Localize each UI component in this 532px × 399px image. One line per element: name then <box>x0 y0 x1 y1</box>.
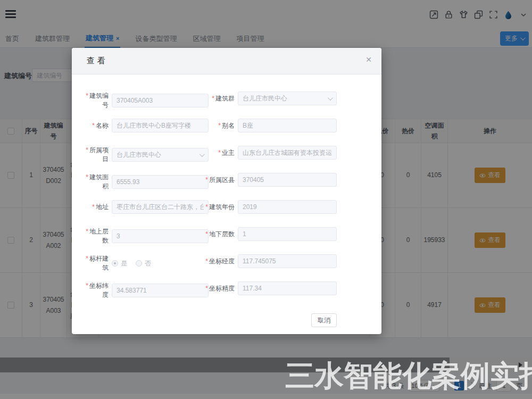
field-benchmark-building: *标杆建筑 是 否 <box>82 254 209 272</box>
field-precision: *坐标精度 <box>200 281 337 295</box>
latitude-input[interactable] <box>112 284 209 297</box>
floors-below-input[interactable] <box>238 227 337 241</box>
building-code-input[interactable] <box>112 94 209 107</box>
field-building-group: *建筑群 台儿庄市民中心 <box>200 92 337 105</box>
longitude-input[interactable] <box>238 254 337 268</box>
field-label: 建筑编号 <box>89 92 109 109</box>
required-marker: * <box>218 122 221 129</box>
field-owner: *业主 <box>200 146 337 160</box>
address-input[interactable] <box>112 200 209 214</box>
field-building-code: *建筑编号 <box>82 92 209 110</box>
field-label: 地上层数 <box>89 228 109 244</box>
field-latitude: *坐标纬度 <box>82 281 209 300</box>
project-select[interactable]: 台儿庄市民中心 <box>112 148 209 162</box>
close-icon[interactable]: ✕ <box>365 55 372 64</box>
field-alias: *别名 <box>200 119 337 132</box>
required-marker: * <box>218 149 221 156</box>
required-marker: * <box>205 257 208 265</box>
required-marker: * <box>86 146 88 154</box>
field-label: 地下层数 <box>209 230 235 238</box>
field-label: 坐标经度 <box>209 257 235 265</box>
required-marker: * <box>205 176 208 184</box>
radio-label: 是 <box>121 259 127 268</box>
chevron-down-icon <box>328 95 333 101</box>
field-building-area: *建筑面积 <box>82 173 209 191</box>
required-marker: * <box>212 95 214 102</box>
field-floors-above: *地上层数 <box>82 227 209 245</box>
field-longitude: *坐标经度 <box>200 254 337 268</box>
required-marker: * <box>86 92 88 99</box>
field-label: 标杆建筑 <box>89 255 109 271</box>
field-label: 所属项目 <box>89 146 109 163</box>
select-value: 台儿庄市民中心 <box>117 151 161 160</box>
cancel-button[interactable]: 取消 <box>311 313 337 327</box>
field-district: *所属区县 <box>200 173 337 187</box>
dialog-title: 查看 <box>87 56 108 66</box>
radio-dot-icon <box>136 260 142 267</box>
required-marker: * <box>205 230 208 238</box>
field-label: 地址 <box>96 203 109 211</box>
radio-yes[interactable]: 是 <box>112 259 127 268</box>
field-name: *名称 <box>82 119 209 132</box>
field-label: 名称 <box>96 122 109 129</box>
field-label: 建筑群 <box>215 95 235 102</box>
building-area-input[interactable] <box>112 175 209 189</box>
field-floors-below: *地下层数 <box>200 227 337 241</box>
benchmark-radio-group: 是 否 <box>112 259 151 268</box>
district-input[interactable] <box>238 173 337 187</box>
required-marker: * <box>92 203 95 211</box>
name-input[interactable] <box>112 119 209 132</box>
field-label: 坐标精度 <box>209 285 235 292</box>
required-marker: * <box>205 203 208 211</box>
required-marker: * <box>86 282 88 289</box>
field-label: 别名 <box>222 122 235 129</box>
required-marker: * <box>86 255 88 262</box>
dialog-header: 查看 ✕ <box>72 48 381 74</box>
field-address: *地址 <box>82 200 209 214</box>
view-dialog: 查看 ✕ *建筑编号 *建筑群 台儿庄市民中心 *名称 *别名 <box>72 48 381 334</box>
building-group-select[interactable]: 台儿庄市民中心 <box>238 92 337 105</box>
alias-input[interactable] <box>238 119 337 132</box>
radio-label: 否 <box>145 259 151 268</box>
field-label: 业主 <box>222 149 235 156</box>
required-marker: * <box>86 228 88 235</box>
field-project: *所属项目 台儿庄市民中心 <box>82 146 209 164</box>
field-label: 建筑年份 <box>209 203 235 211</box>
select-value: 台儿庄市民中心 <box>243 94 287 103</box>
floors-above-input[interactable] <box>112 229 209 243</box>
build-year-input[interactable] <box>238 200 337 214</box>
watermark-text: 三水智能化案例实拍 <box>285 356 532 396</box>
required-marker: * <box>92 122 95 129</box>
field-label: 所属区县 <box>209 176 235 184</box>
field-label: 坐标纬度 <box>89 282 109 298</box>
radio-dot-icon <box>112 260 118 267</box>
app-page: 首页 建筑群管理 建筑管理 × 设备类型管理 区域管理 项目管理 更多 建筑编号… <box>0 0 532 399</box>
radio-no[interactable]: 否 <box>136 259 151 268</box>
required-marker: * <box>205 285 208 292</box>
precision-input[interactable] <box>238 281 337 295</box>
field-build-year: *建筑年份 <box>200 200 337 214</box>
required-marker: * <box>86 173 88 181</box>
field-label: 建筑面积 <box>89 173 109 190</box>
owner-input[interactable] <box>238 146 337 160</box>
